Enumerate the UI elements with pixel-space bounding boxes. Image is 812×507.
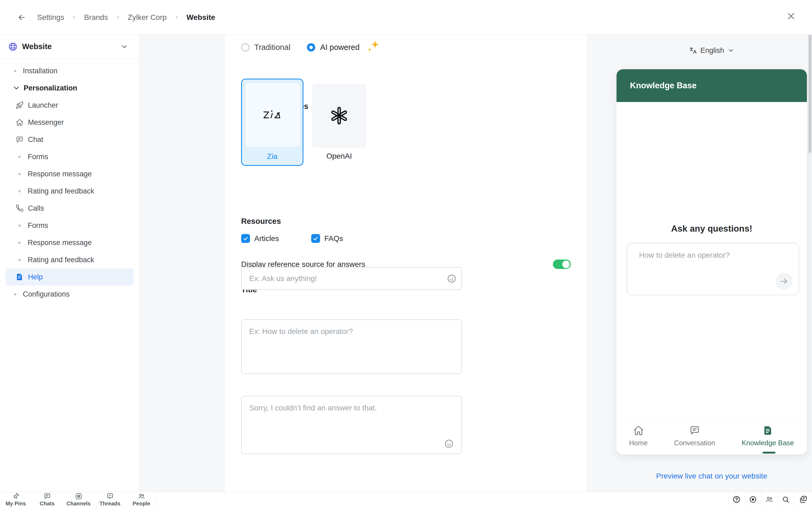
resources-label: Resources <box>241 217 281 226</box>
sidebar-item-personalization[interactable]: Personalization <box>0 79 139 97</box>
chevron-right-icon <box>115 14 121 20</box>
chat-widget-preview: Knowledge Base Ask any questions! Home C… <box>616 69 807 454</box>
emoji-icon[interactable] <box>444 439 454 449</box>
sidebar-item-response-message-calls[interactable]: Response message <box>0 234 139 251</box>
taskbar-people[interactable]: People <box>126 492 157 507</box>
taskbar-threads[interactable]: Threads <box>94 492 126 507</box>
sidebar-item-help[interactable]: Help <box>5 268 134 286</box>
help-circle-icon[interactable] <box>728 492 745 507</box>
rocket-icon <box>15 101 24 109</box>
taskbar: My Pins Chats Channels Threads People <box>0 492 812 507</box>
record-icon[interactable] <box>745 492 761 507</box>
globe-icon <box>8 42 18 52</box>
people-icon[interactable] <box>761 492 777 507</box>
radio-traditional-label[interactable]: Traditional <box>254 43 290 52</box>
home-icon <box>15 118 24 126</box>
service-card-zia[interactable]: Zia <box>241 79 304 166</box>
sidebar: Website Installation Personalization Lau… <box>0 35 140 492</box>
sidebar-item-launcher[interactable]: Launcher <box>0 97 139 114</box>
people-icon <box>138 493 145 500</box>
back-arrow-icon[interactable] <box>17 13 26 22</box>
sidebar-item-configurations[interactable]: Configurations <box>0 286 139 303</box>
sidebar-item-response-message-chat[interactable]: Response message <box>0 165 139 182</box>
ask-questions-heading: Ask any questions! <box>616 224 807 234</box>
breadcrumb-brand-name[interactable]: Zylker Corp <box>128 13 167 22</box>
knowledge-base-icon <box>763 425 773 436</box>
breadcrumb: Settings Brands Zylker Corp Website <box>17 0 215 35</box>
conversation-icon <box>689 425 700 436</box>
tab-home[interactable]: Home <box>616 417 660 454</box>
home-icon <box>633 425 644 436</box>
checkbox-faqs[interactable] <box>311 234 320 243</box>
tab-knowledge-base[interactable]: Knowledge Base <box>729 417 807 454</box>
widget-header: Knowledge Base <box>616 69 807 102</box>
sidebar-brand-selector[interactable]: Website <box>0 35 139 58</box>
taskbar-my-pins[interactable]: My Pins <box>0 492 32 507</box>
radio-ai-powered[interactable] <box>307 43 315 52</box>
bullet-icon <box>18 241 21 244</box>
scrollbar-thumb[interactable] <box>809 24 811 153</box>
prompt-text-input[interactable] <box>241 320 462 374</box>
checkbox-articles[interactable] <box>241 234 250 243</box>
thread-bubble-icon <box>106 493 114 500</box>
bullet-icon <box>18 190 21 192</box>
no-results-input[interactable] <box>241 396 462 454</box>
content-gutter <box>140 35 225 492</box>
language-selector[interactable]: English <box>616 45 807 56</box>
chat-bubble-icon <box>15 135 24 144</box>
chevron-down-icon <box>120 43 128 51</box>
taskbar-right-cluster <box>728 492 812 507</box>
chats-stack-icon[interactable] <box>794 492 812 507</box>
help-settings-panel: Traditional AI powered Available service… <box>225 35 587 492</box>
title-input[interactable] <box>241 267 462 290</box>
taskbar-channels[interactable]: Channels <box>63 492 94 507</box>
sidebar-item-forms-chat[interactable]: Forms <box>0 148 139 165</box>
sidebar-item-calls[interactable]: Calls <box>0 200 139 217</box>
breadcrumb-brands[interactable]: Brands <box>84 13 108 22</box>
bullet-icon <box>18 224 21 227</box>
bullet-icon <box>18 173 21 175</box>
service-card-openai[interactable]: OpenAI <box>312 84 366 161</box>
close-icon[interactable] <box>786 11 797 21</box>
pin-icon <box>12 493 19 500</box>
breadcrumb-settings[interactable]: Settings <box>37 13 64 22</box>
emoji-icon[interactable] <box>447 274 456 283</box>
radio-traditional[interactable] <box>241 43 250 52</box>
sidebar-nav: Installation Personalization Launcher Me… <box>0 58 139 303</box>
radio-ai-powered-label[interactable]: AI powered <box>320 43 360 52</box>
widget-tabbar: Home Conversation Knowledge Base <box>616 417 807 454</box>
send-arrow-button[interactable] <box>775 273 793 290</box>
sidebar-item-chat[interactable]: Chat <box>0 131 139 148</box>
resources-checkbox-group: Articles FAQs <box>241 234 343 243</box>
mode-radio-group: Traditional AI powered <box>241 42 382 53</box>
checkbox-faqs-label[interactable]: FAQs <box>324 234 343 243</box>
display-reference-toggle[interactable] <box>553 260 571 269</box>
sidebar-item-rating-feedback-chat[interactable]: Rating and feedback <box>0 182 139 200</box>
settings-window: Settings Brands Zylker Corp Website Webs… <box>0 0 812 507</box>
sidebar-title: Website <box>22 42 120 51</box>
bullet-icon <box>18 156 21 158</box>
service-label-openai: OpenAI <box>312 152 366 161</box>
header: Settings Brands Zylker Corp Website <box>0 0 812 35</box>
preview-live-chat-link[interactable]: Preview live chat on your website <box>616 472 807 481</box>
chevron-right-icon <box>174 14 180 20</box>
bullet-icon <box>14 70 16 72</box>
tab-conversation[interactable]: Conversation <box>660 417 729 454</box>
translate-icon <box>689 46 697 54</box>
service-label-zia: Zia <box>242 152 303 161</box>
sidebar-item-messenger[interactable]: Messenger <box>0 114 139 131</box>
document-icon <box>15 273 24 281</box>
sidebar-item-installation[interactable]: Installation <box>0 62 139 79</box>
hash-icon <box>75 493 83 500</box>
language-label: English <box>700 46 724 55</box>
bullet-icon <box>18 259 21 261</box>
search-icon[interactable] <box>777 492 794 507</box>
checkbox-articles-label[interactable]: Articles <box>254 234 279 243</box>
phone-icon <box>15 204 24 212</box>
taskbar-chats[interactable]: Chats <box>32 492 63 507</box>
sidebar-item-forms-calls[interactable]: Forms <box>0 217 139 234</box>
chat-bubble-icon <box>44 493 51 500</box>
zia-logo <box>246 83 300 147</box>
question-input[interactable] <box>627 243 799 295</box>
sidebar-item-rating-feedback-calls[interactable]: Rating and feedback <box>0 251 139 268</box>
